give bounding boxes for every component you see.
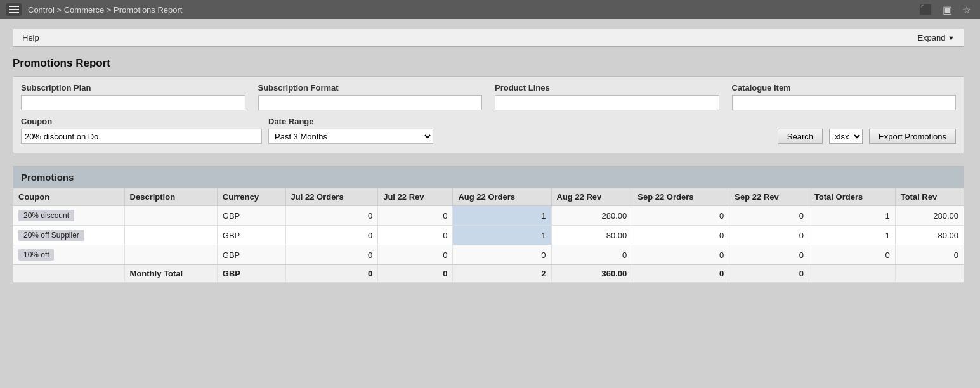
cell-total-rev: 80.00 (895, 226, 964, 245)
promotions-section: Promotions Coupon Description Currency J… (13, 166, 964, 283)
cell-jul22-rev: 0 (378, 226, 453, 245)
col-aug22-orders: Aug 22 Orders (453, 188, 551, 206)
cell-description (124, 226, 217, 245)
total-sep22-orders: 0 (632, 265, 729, 283)
cell-jul22-rev: 0 (378, 206, 453, 226)
cell-jul22-orders: 0 (285, 226, 378, 245)
cell-jul22-rev: 0 (378, 245, 453, 265)
cell-total-rev: 0 (895, 245, 964, 265)
col-aug22-rev: Aug 22 Rev (551, 188, 632, 206)
total-currency: GBP (217, 265, 285, 283)
date-range-label: Date Range (268, 117, 433, 126)
help-label: Help (22, 33, 39, 42)
total-label (13, 265, 124, 283)
total-orders-empty (809, 265, 895, 283)
table-total-row: Monthly Total GBP 0 0 2 360.00 0 0 (13, 265, 964, 283)
col-coupon: Coupon (13, 188, 124, 206)
total-jul22-orders: 0 (285, 265, 378, 283)
table-row: 10% off GBP 0 0 0 0 0 0 0 0 (13, 245, 964, 265)
col-description: Description (124, 188, 217, 206)
cell-aug22-rev: 0 (551, 245, 632, 265)
topbar-icons: ⬛ ▣ ☆ (917, 3, 974, 17)
expand-arrow-icon: ▼ (948, 34, 955, 42)
cell-description (124, 206, 217, 226)
product-lines-field: Product Lines (495, 83, 719, 110)
search-button[interactable]: Search (778, 129, 823, 144)
col-sep22-orders: Sep 22 Orders (632, 188, 729, 206)
filter-row-1: Subscription Plan Subscription Format Pr… (21, 83, 956, 110)
cell-currency: GBP (217, 206, 285, 226)
topbar-left: Control > Commerce > Promotions Report (6, 3, 182, 16)
cell-sep22-orders: 0 (632, 245, 729, 265)
cell-aug22-rev: 80.00 (551, 226, 632, 245)
cell-currency: GBP (217, 245, 285, 265)
date-range-select[interactable]: Past 3 Months Past Month Past 6 Months P… (268, 129, 433, 144)
cell-sep22-orders: 0 (632, 226, 729, 245)
product-lines-label: Product Lines (495, 83, 719, 93)
cell-aug22-orders: 1 (453, 206, 551, 226)
total-aug22-rev: 360.00 (551, 265, 632, 283)
subscription-plan-label: Subscription Plan (21, 83, 245, 93)
subscription-format-field: Subscription Format (258, 83, 483, 110)
subscription-plan-field: Subscription Plan (21, 83, 245, 110)
cell-coupon: 10% off (13, 245, 124, 265)
subscription-format-input[interactable] (258, 95, 483, 110)
table-row: 20% off Supplier GBP 0 0 1 80.00 0 0 1 8… (13, 226, 964, 245)
menu-icon[interactable] (6, 3, 22, 16)
total-description: Monthly Total (124, 265, 217, 283)
total-rev-empty (895, 265, 964, 283)
cell-coupon: 20% discount (13, 206, 124, 226)
cell-total-orders: 1 (809, 206, 895, 226)
page-title: Promotions Report (13, 57, 967, 70)
cell-sep22-rev: 0 (729, 206, 809, 226)
col-jul22-rev: Jul 22 Rev (378, 188, 453, 206)
star-icon[interactable]: ☆ (960, 3, 974, 17)
cell-currency: GBP (217, 226, 285, 245)
cell-coupon: 20% off Supplier (13, 226, 124, 245)
topbar: Control > Commerce > Promotions Report ⬛… (0, 0, 980, 19)
cell-total-orders: 0 (809, 245, 895, 265)
cell-sep22-orders: 0 (632, 206, 729, 226)
total-jul22-rev: 0 (378, 265, 453, 283)
cell-description (124, 245, 217, 265)
format-select[interactable]: xlsx csv (829, 129, 863, 144)
total-aug22-orders: 2 (453, 265, 551, 283)
cell-jul22-orders: 0 (285, 206, 378, 226)
coupon-label: Coupon (21, 117, 262, 126)
main-content: Help Expand ▼ Promotions Report Subscrip… (0, 19, 980, 293)
subscription-format-label: Subscription Format (258, 83, 483, 93)
col-total-rev: Total Rev (895, 188, 964, 206)
catalogue-item-input[interactable] (732, 95, 957, 110)
cell-jul22-orders: 0 (285, 245, 378, 265)
monitor-icon[interactable]: ⬛ (917, 3, 935, 17)
subscription-plan-input[interactable] (21, 95, 245, 110)
date-range-field: Date Range Past 3 Months Past Month Past… (268, 117, 433, 144)
catalogue-item-field: Catalogue Item (732, 83, 957, 110)
cell-sep22-rev: 0 (729, 245, 809, 265)
breadcrumb: Control > Commerce > Promotions Report (28, 5, 182, 15)
cell-total-orders: 1 (809, 226, 895, 245)
catalogue-item-label: Catalogue Item (732, 83, 957, 93)
coupon-field: Coupon (21, 117, 262, 144)
filter-section: Subscription Plan Subscription Format Pr… (13, 76, 964, 153)
total-sep22-rev: 0 (729, 265, 809, 283)
filter-row-2: Coupon Date Range Past 3 Months Past Mon… (21, 117, 956, 144)
help-bar: Help Expand ▼ (13, 29, 964, 47)
tablet-icon[interactable]: ▣ (940, 3, 955, 17)
cell-total-rev: 280.00 (895, 206, 964, 226)
promotions-section-title: Promotions (13, 167, 964, 188)
product-lines-input[interactable] (495, 95, 719, 110)
col-currency: Currency (217, 188, 285, 206)
col-jul22-orders: Jul 22 Orders (285, 188, 378, 206)
col-total-orders: Total Orders (809, 188, 895, 206)
coupon-input[interactable] (21, 129, 262, 144)
cell-aug22-rev: 280.00 (551, 206, 632, 226)
table-header-row: Coupon Description Currency Jul 22 Order… (13, 188, 964, 206)
cell-aug22-orders: 0 (453, 245, 551, 265)
cell-sep22-rev: 0 (729, 226, 809, 245)
promotions-table: Coupon Description Currency Jul 22 Order… (13, 188, 964, 283)
export-button[interactable]: Export Promotions (869, 129, 956, 144)
expand-button[interactable]: Expand ▼ (917, 33, 955, 42)
cell-aug22-orders: 1 (453, 226, 551, 245)
col-sep22-rev: Sep 22 Rev (729, 188, 809, 206)
